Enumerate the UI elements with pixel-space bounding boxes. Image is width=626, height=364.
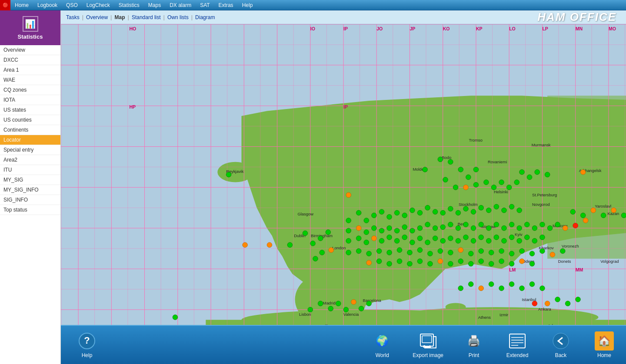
svg-point-209	[356, 236, 361, 241]
svg-point-245	[491, 185, 496, 190]
world-icon: 🌍	[373, 331, 392, 351]
nav-mysiginfo[interactable]: MY_SIG_INFO	[0, 185, 60, 195]
nav-iota[interactable]: IOTA	[0, 95, 60, 105]
svg-point-197	[486, 225, 491, 231]
nav-wae[interactable]: WAE	[0, 75, 60, 85]
svg-text:KP: KP	[476, 26, 483, 31]
svg-text:Stockholm: Stockholm	[459, 202, 478, 207]
svg-point-149	[303, 231, 308, 236]
svg-point-300	[328, 306, 333, 311]
svg-text:Madrid: Madrid	[323, 301, 336, 305]
svg-point-293	[489, 261, 494, 266]
svg-point-157	[356, 210, 361, 215]
svg-point-266	[417, 248, 423, 253]
nav-locator[interactable]: Locator	[0, 135, 60, 145]
help-button[interactable]: ? Help	[74, 331, 100, 358]
svg-point-188	[417, 225, 423, 231]
toolbar-diagram[interactable]: Diagram	[195, 14, 215, 20]
svg-point-235	[438, 157, 443, 162]
svg-point-331	[573, 223, 578, 228]
menu-extras[interactable]: Extras	[214, 0, 238, 10]
sep2: |	[110, 14, 112, 20]
svg-text:Kyiv: Kyiv	[515, 232, 523, 237]
back-button[interactable]: Back	[548, 331, 574, 358]
svg-point-259	[346, 250, 351, 255]
svg-point-254	[346, 192, 351, 198]
toolbar-map[interactable]: Map	[114, 14, 125, 20]
menu-statistics[interactable]: Statistics	[114, 0, 144, 10]
menu-logbook[interactable]: Logbook	[33, 0, 62, 10]
svg-point-13	[409, 312, 421, 318]
svg-point-265	[407, 250, 413, 255]
svg-point-274	[499, 248, 504, 254]
svg-text:IP: IP	[343, 104, 348, 109]
nav-siginfo[interactable]: SIG_INFO	[0, 195, 60, 205]
toolbar-standardlist[interactable]: Standard list	[132, 14, 161, 20]
svg-point-152	[326, 230, 331, 235]
svg-point-244	[484, 180, 489, 185]
svg-text:Molde: Molde	[413, 167, 424, 172]
nav-dxcc[interactable]: DXCC	[0, 55, 60, 65]
svg-point-238	[466, 175, 471, 180]
toolbar: Tasks | Overview | Map | Standard list |…	[61, 10, 626, 24]
svg-point-277	[529, 251, 535, 256]
nav-area2[interactable]: Area2	[0, 155, 60, 165]
toolbar-tasks[interactable]: Tasks	[66, 14, 80, 20]
svg-point-263	[387, 250, 392, 255]
svg-point-264	[397, 248, 402, 253]
sidebar-nav: Overview DXCC Area 1 WAE CQ zones IOTA U…	[0, 45, 60, 364]
world-button[interactable]: 🌍 World	[369, 331, 395, 358]
svg-point-306	[458, 286, 463, 291]
svg-text:Lisbon: Lisbon	[299, 312, 311, 317]
nav-uscounties[interactable]: US counties	[0, 115, 60, 125]
nav-continents[interactable]: Continents	[0, 125, 60, 135]
print-icon: 🖨️	[464, 331, 483, 351]
home-button[interactable]: 🏠 Home	[591, 331, 617, 358]
nav-overview[interactable]: Overview	[0, 45, 60, 55]
menu-maps[interactable]: Maps	[144, 0, 165, 10]
svg-point-150	[310, 241, 316, 246]
nav-usstates[interactable]: US states	[0, 105, 60, 115]
svg-point-252	[545, 172, 550, 177]
svg-point-160	[379, 209, 384, 215]
svg-point-202	[524, 222, 529, 227]
svg-point-248	[514, 180, 519, 185]
nav-mysig[interactable]: MY_SIG	[0, 175, 60, 185]
menu-dxalarm[interactable]: DX alarm	[165, 0, 196, 10]
svg-point-220	[440, 238, 446, 244]
menu-qso[interactable]: QSO	[62, 0, 82, 10]
nav-topstatus[interactable]: Top status	[0, 205, 60, 215]
svg-point-168	[440, 210, 446, 215]
svg-point-255	[267, 242, 272, 248]
menu-sat[interactable]: SAT	[196, 0, 214, 10]
menu-logcheck[interactable]: LogCheck	[82, 0, 114, 10]
map-container[interactable]: HO HP IO IP IP JO JP KO KP LO LP MN MO M…	[61, 24, 626, 325]
menu-help[interactable]: Help	[238, 0, 257, 10]
svg-point-173	[479, 205, 484, 210]
bottom-toolbar: ? Help 🌍 World	[61, 325, 626, 364]
toolbar-overview[interactable]: Overview	[86, 14, 108, 20]
menu-home[interactable]: Home	[10, 0, 33, 10]
svg-text:MN: MN	[576, 26, 583, 31]
svg-point-201	[517, 225, 522, 231]
svg-point-222	[456, 238, 461, 244]
svg-point-172	[471, 209, 476, 215]
svg-text:IO: IO	[310, 26, 315, 31]
sidebar-icon: 📊	[23, 16, 38, 32]
nav-cqzones[interactable]: CQ zones	[0, 85, 60, 95]
svg-point-296	[519, 259, 525, 264]
svg-point-183	[379, 228, 384, 233]
svg-point-174	[486, 208, 491, 213]
svg-point-226	[486, 238, 491, 244]
nav-area1[interactable]: Area 1	[0, 65, 60, 75]
toolbar-ownlists[interactable]: Own lists	[167, 14, 189, 20]
nav-itu[interactable]: ITU	[0, 165, 60, 175]
svg-point-246	[499, 180, 504, 185]
print-button[interactable]: 🖨️ Print	[461, 331, 487, 358]
export-image-button[interactable]: Export image	[413, 331, 443, 358]
svg-point-326	[601, 213, 606, 218]
svg-point-187	[410, 228, 415, 233]
nav-specialentry[interactable]: Special entry	[0, 145, 60, 155]
extended-button[interactable]: Extended	[504, 331, 530, 358]
svg-point-214	[394, 238, 400, 244]
